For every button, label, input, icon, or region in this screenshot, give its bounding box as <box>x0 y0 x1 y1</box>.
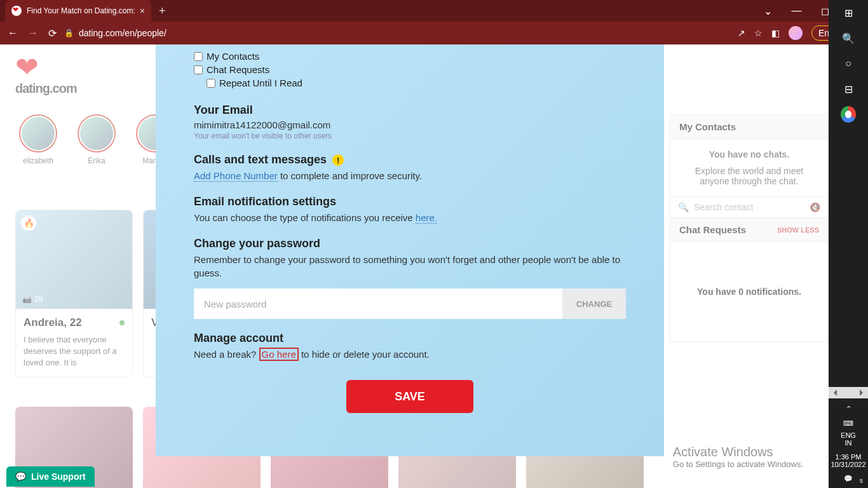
no-chats-panel: You have no chats. Explore the world and… <box>670 139 829 197</box>
browser-tab-bar: Find Your Match on Dating.com: × + ⌄ — ◻… <box>0 0 868 22</box>
calls-section: Calls and text messages ! Add Phone Numb… <box>194 153 626 182</box>
heart-icon: ❤ <box>15 53 77 81</box>
settings-modal: My Contacts Chat Requests Repeat Until I… <box>156 44 664 456</box>
windows-start-icon[interactable]: ⊞ <box>841 5 856 20</box>
notification-here-link[interactable]: here. <box>416 212 437 224</box>
email-value: mimimitra14122000@gmail.com <box>194 119 626 130</box>
chrome-icon[interactable] <box>841 107 856 122</box>
chat-requests-header: Chat Requests SHOW LESS <box>670 218 829 242</box>
new-password-input[interactable] <box>194 288 562 319</box>
checkbox-chat-requests[interactable]: Chat Requests <box>194 64 626 75</box>
forward-button[interactable]: → <box>25 27 41 39</box>
minimize-button[interactable]: — <box>782 0 811 22</box>
checkbox-my-contacts[interactable]: My Contacts <box>194 51 626 62</box>
live-support-button[interactable]: 💬 Live Support <box>6 466 95 487</box>
tab-favicon <box>11 6 22 16</box>
search-icon[interactable]: 🔍 <box>841 30 856 46</box>
cortana-icon[interactable]: ○ <box>841 56 856 71</box>
share-icon[interactable]: ↗ <box>738 28 745 38</box>
save-button[interactable]: SAVE <box>346 380 473 413</box>
chat-icon: 💬 <box>15 471 26 482</box>
chevron-up-icon[interactable]: ⌃ <box>829 405 868 413</box>
task-view-icon[interactable]: ⊟ <box>841 81 856 97</box>
windows-watermark: Activate Windows Go to Settings to activ… <box>673 445 803 469</box>
story-item[interactable]: elizabeth <box>15 114 61 165</box>
profile-avatar[interactable] <box>789 26 803 40</box>
lock-icon[interactable]: 🔒 <box>64 29 74 37</box>
section-heading: Change your password <box>194 237 626 250</box>
change-button[interactable]: CHANGE <box>562 288 626 319</box>
section-heading: Calls and text messages ! <box>194 153 626 166</box>
scrollbar[interactable] <box>829 387 868 398</box>
right-sidebar: My Contacts You have no chats. Explore t… <box>670 114 829 342</box>
email-note: Your email won't be visible to other use… <box>194 132 626 140</box>
back-button[interactable]: ← <box>5 27 20 39</box>
profile-bio: I believe that everyone deserves the sup… <box>24 334 125 369</box>
profile-photo: 🔥 📷29 <box>16 210 132 309</box>
profile-card[interactable]: 🔥 📷29 Andreia, 22 I believe that everyon… <box>15 210 133 377</box>
password-instructions: Remember to change your password to some… <box>194 253 626 280</box>
checkbox-repeat[interactable]: Repeat Until I Read <box>207 78 626 88</box>
url-text[interactable]: dating.com/en/people/ <box>79 28 733 38</box>
camera-icon: 📷 <box>22 295 32 304</box>
section-heading: Your Email <box>194 104 626 117</box>
photo-count: 📷29 <box>22 295 43 304</box>
page-content: ❤ dating.com elizabeth Erika Maritza 🔥 📷… <box>0 44 829 488</box>
extension-icon[interactable]: ◧ <box>771 28 780 38</box>
flame-icon: 🔥 <box>21 215 36 231</box>
my-contacts-header: My Contacts <box>670 114 829 139</box>
manage-account-section: Manage account Need a break? Go here to … <box>194 332 626 361</box>
sound-icon[interactable]: 🔇 <box>810 202 820 212</box>
email-section: Your Email mimimitra14122000@gmail.com Y… <box>194 104 626 140</box>
password-section: Change your password Remember to change … <box>194 237 626 319</box>
profile-name: Andreia, 22 <box>24 316 125 329</box>
tab-close-icon[interactable]: × <box>140 6 145 16</box>
bookmark-icon[interactable]: ☆ <box>754 28 763 38</box>
windows-taskbar: ⊞ 🔍 ○ ⊟ ⌃ ⌨ ENGIN 1:36 PM10/31/2022 💬5 <box>829 0 868 488</box>
section-heading: Manage account <box>194 332 626 345</box>
alert-icon: ! <box>332 154 344 166</box>
search-icon: 🔍 <box>678 202 689 212</box>
notifications-panel: You have 0 notifications. <box>670 242 829 342</box>
clock[interactable]: 1:36 PM10/31/2022 <box>829 453 868 468</box>
add-phone-link[interactable]: Add Phone Number <box>194 170 278 182</box>
browser-tab[interactable]: Find Your Match on Dating.com: × <box>5 0 151 22</box>
search-contact-input[interactable]: 🔍 Search contact 🔇 <box>670 197 829 218</box>
system-tray: ⌃ ⌨ ENGIN 1:36 PM10/31/2022 💬5 <box>829 387 868 488</box>
go-here-link[interactable]: Go here <box>259 348 299 361</box>
reload-button[interactable]: ⟳ <box>46 27 59 39</box>
section-heading: Email notification settings <box>194 195 626 208</box>
new-tab-button[interactable]: + <box>159 4 166 18</box>
online-indicator <box>119 320 125 325</box>
stories-row: elizabeth Erika Maritza <box>15 114 178 165</box>
show-less-link[interactable]: SHOW LESS <box>777 226 819 234</box>
chevron-down-icon[interactable]: ⌄ <box>754 0 782 22</box>
story-item[interactable]: Erika <box>74 114 119 165</box>
logo-text: dating.com <box>15 81 77 96</box>
site-logo[interactable]: ❤ dating.com <box>15 53 77 96</box>
notification-icon[interactable]: 💬5 <box>829 475 868 483</box>
address-bar: ← → ⟳ 🔒 dating.com/en/people/ ↗ ☆ ◧ Erro… <box>0 22 868 44</box>
keyboard-icon[interactable]: ⌨ <box>829 419 868 428</box>
notification-section: Email notification settings You can choo… <box>194 195 626 224</box>
tab-title: Find Your Match on Dating.com: <box>27 6 135 15</box>
language-indicator[interactable]: ENGIN <box>829 431 868 447</box>
